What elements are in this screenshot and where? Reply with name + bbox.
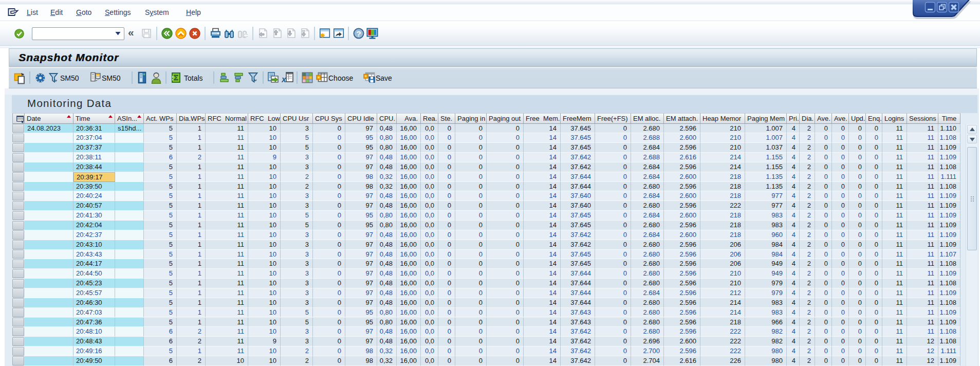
svg-text:x: x — [282, 75, 287, 84]
svg-text:?: ? — [356, 29, 361, 38]
